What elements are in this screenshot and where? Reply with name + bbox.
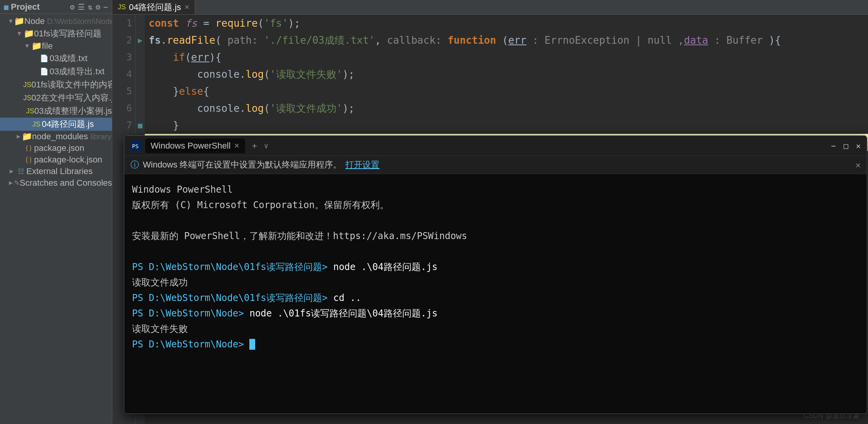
tree-label: 03成绩.txt: [50, 53, 112, 64]
colon: : ErrnoException | null ,: [527, 32, 684, 49]
terminal-titlebar: PS Windows PowerShell ✕ + ∨ − □ ✕: [124, 136, 867, 156]
terminal-cmd-2: PS D:\WebStorm\Node\01fs读写路径问题> cd ..: [132, 290, 859, 306]
tree-secondary: library root: [90, 132, 112, 141]
plain: (: [215, 32, 227, 49]
terminal-tab-chevron-button[interactable]: ∨: [264, 142, 268, 150]
sidebar-toolbar: ⚙ ☰ ⇅ ⚙ −: [70, 2, 108, 12]
terminal-minimize-button[interactable]: −: [831, 141, 836, 150]
plain: ){: [769, 32, 781, 49]
code-line-7: }: [145, 117, 868, 134]
var-fs: fs: [185, 15, 197, 32]
plain: (: [185, 49, 191, 66]
tree-label: External Libraries: [26, 166, 112, 176]
tree-item-node-modules[interactable]: ► 📁 node_modules library root: [0, 131, 112, 142]
tree-label: file: [42, 41, 112, 51]
settings-icon[interactable]: ⚙: [70, 2, 75, 12]
terminal-result-2: 读取文件失败: [132, 321, 859, 337]
colon2: : Buffer: [708, 32, 769, 49]
gutter-marker-3: [136, 49, 145, 66]
plain: );: [288, 15, 300, 32]
tree-item-03txt[interactable]: 📄 03成绩.txt: [0, 52, 112, 65]
info-settings-link[interactable]: 打开设置: [345, 159, 379, 171]
terminal-body[interactable]: Windows PowerShell 版权所有 (C) Microsoft Co…: [124, 174, 867, 414]
arrow-icon: ►: [15, 133, 22, 140]
js-icon: JS: [23, 94, 31, 102]
param-err: err: [508, 32, 527, 49]
tree-item-project-root[interactable]: ▼ 📁 Node D:\WebStorm\Node: [0, 15, 112, 27]
sidebar: ■ Project ⚙ ☰ ⇅ ⚙ − ▼ 📁 Node D:\WebStorm…: [0, 0, 112, 424]
js-icon: JS: [26, 107, 34, 115]
terminal-command-2: cd ..: [333, 292, 361, 303]
fn-require: require: [215, 15, 258, 32]
terminal-tab-close-button[interactable]: ✕: [234, 142, 240, 150]
tree-item-file[interactable]: ▼ 📁 file: [0, 40, 112, 52]
tree-item-01fs[interactable]: ▼ 📁 01fs读写路径问题: [0, 27, 112, 40]
lib-icon: ☷: [15, 167, 26, 176]
tree-item-03js[interactable]: JS 03成绩整理小案例.js: [0, 104, 112, 118]
file-icon: 📄: [39, 54, 50, 63]
tree-label: 01fs读取文件中的内容.js: [31, 79, 112, 91]
gear-icon[interactable]: ⚙: [96, 2, 100, 12]
structure-icon[interactable]: ☰: [78, 2, 85, 12]
str-fs: 'fs': [264, 15, 288, 32]
plain: =: [197, 15, 215, 32]
tab-close-button[interactable]: ✕: [184, 3, 189, 11]
sort-icon[interactable]: ⇅: [88, 2, 93, 12]
tree-item-04js[interactable]: JS 04路径问题.js: [0, 118, 112, 131]
gutter-marker-6: [136, 100, 145, 117]
info-icon: ⓘ: [130, 159, 139, 171]
tree-item-external-libs[interactable]: ► ☷ External Libraries: [0, 166, 112, 177]
terminal-result-1: 读取文件成功: [132, 275, 859, 290]
project-icon: ■: [4, 2, 9, 12]
tree-item-03export[interactable]: 📄 03成绩导出.txt: [0, 65, 112, 78]
editor-tab-04js[interactable]: JS 04路径问题.js ✕: [112, 0, 195, 14]
info-close-button[interactable]: ✕: [856, 160, 861, 170]
param-data: data: [684, 32, 708, 49]
sidebar-title: Project: [11, 2, 40, 12]
dot2: .: [240, 100, 246, 117]
powershell-logo: PS: [130, 140, 141, 151]
indent: [149, 117, 173, 134]
tree-item-scratches[interactable]: ► ✎ Scratches and Consoles: [0, 177, 112, 189]
plain: (: [496, 32, 508, 49]
json-icon: { }: [23, 145, 34, 152]
kw-function: function: [448, 32, 496, 49]
paren2: );: [342, 66, 354, 83]
tree-item-01js[interactable]: JS 01fs读取文件中的内容.js: [0, 78, 112, 91]
file-tree: ▼ 📁 Node D:\WebStorm\Node ▼ 📁 01fs读写路径问题…: [0, 14, 112, 424]
minimize-icon[interactable]: −: [103, 2, 108, 12]
var-err2: err: [191, 49, 209, 66]
scratch-icon: ✎: [14, 179, 20, 187]
code-line-5: } else {: [145, 83, 868, 100]
terminal-maximize-button[interactable]: □: [844, 141, 848, 150]
terminal-close-button[interactable]: ✕: [856, 141, 861, 150]
plain: (: [258, 15, 264, 32]
str-success: '读取文件成功': [270, 100, 342, 117]
fn-log: log: [245, 66, 264, 83]
arrow-icon: ▼: [23, 43, 31, 50]
kw-if: if: [173, 49, 185, 66]
plain: ){: [209, 49, 221, 66]
tree-item-package-lock[interactable]: { } package-lock.json: [0, 154, 112, 166]
terminal-header-1: Windows PowerShell: [132, 182, 859, 197]
arrow-icon: ►: [8, 180, 14, 186]
indent: [149, 83, 173, 100]
paren: (: [264, 66, 270, 83]
terminal-header-2: 版权所有 (C) Microsoft Corporation。保留所有权利。: [132, 197, 859, 213]
plain: .: [161, 32, 167, 49]
terminal-tab[interactable]: Windows PowerShell ✕: [145, 138, 245, 153]
paren3: (: [264, 100, 270, 117]
terminal-new-tab-button[interactable]: +: [249, 141, 260, 150]
fn-readfile: readFile: [167, 32, 215, 49]
terminal-prompt-1: PS D:\WebStorm\Node\01fs读写路径问题>: [132, 262, 328, 272]
indent: [149, 100, 197, 117]
tree-item-package-json[interactable]: { } package.json: [0, 142, 112, 154]
indent: [149, 66, 197, 83]
tree-item-02js[interactable]: JS 02在文件中写入内容.js: [0, 91, 112, 104]
gutter-marker-4: [136, 66, 145, 83]
terminal-cmd-4: PS D:\WebStorm\Node> |: [132, 337, 859, 352]
tree-label: 03成绩导出.txt: [50, 66, 112, 77]
sidebar-header: ■ Project ⚙ ☰ ⇅ ⚙ −: [0, 0, 112, 14]
fn-log2: log: [245, 100, 264, 117]
code-line-4: console . log ( '读取文件失败' );: [145, 66, 868, 83]
